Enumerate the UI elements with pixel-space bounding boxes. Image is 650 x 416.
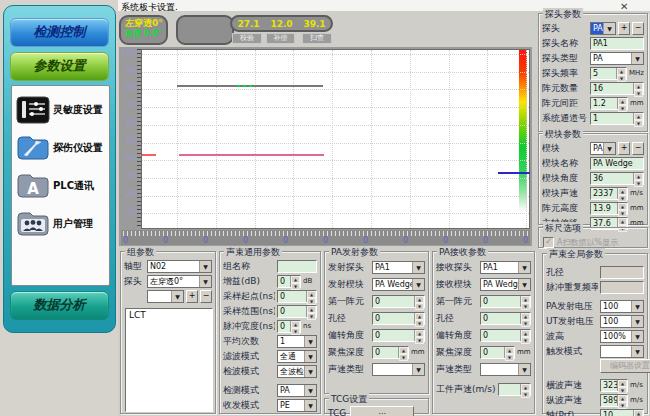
group-name-field[interactable] — [277, 260, 317, 273]
rx-steer-angle-spinner[interactable]: ▲▼ — [520, 330, 530, 341]
spin-up-icon[interactable]: ▲ — [618, 218, 627, 225]
calibrate-button[interactable]: 校验 — [232, 33, 262, 44]
filter-mode[interactable]: 全通▼ — [277, 350, 317, 363]
pulse-width-spinner[interactable]: ▲▼ — [290, 321, 300, 332]
pa-voltage[interactable]: 100▼ — [600, 300, 644, 313]
spin-down-icon[interactable]: ▼ — [634, 180, 643, 187]
trigger-mode[interactable]: ▼ — [600, 345, 644, 358]
chevron-down-icon[interactable]: ▼ — [304, 366, 316, 377]
part-velocity[interactable]: ▲▼ — [498, 383, 531, 396]
average-count[interactable]: 1▼ — [277, 335, 317, 348]
spin-up-icon[interactable]: ▲ — [617, 68, 626, 75]
spin-down-icon[interactable]: ▼ — [291, 283, 300, 290]
tx-steer-angle-spinner[interactable]: ▲▼ — [414, 330, 424, 341]
spin-down-icon[interactable]: ▼ — [521, 391, 530, 398]
tx-focus-depth[interactable]: 0▲▼ — [372, 346, 409, 359]
chevron-down-icon[interactable]: ▼ — [412, 279, 424, 290]
sidebar-item-plc[interactable]: A PLC通讯 — [16, 172, 94, 200]
chevron-down-icon[interactable]: ▼ — [304, 400, 316, 411]
gate-magenta[interactable] — [179, 154, 324, 156]
element-height-spinner[interactable]: ▲▼ — [617, 203, 627, 214]
element-height[interactable]: 13.9▲▼ — [590, 202, 628, 215]
rx-first-element-spinner[interactable]: ▲▼ — [520, 296, 530, 307]
chevron-down-icon[interactable]: ▼ — [603, 143, 615, 154]
gain[interactable]: 0▲▼ — [277, 275, 301, 288]
sample-start[interactable]: 0▲▼ — [277, 290, 317, 303]
spin-down-icon[interactable]: ▼ — [307, 313, 316, 320]
spin-down-icon[interactable]: ▼ — [617, 75, 626, 82]
spin-up-icon[interactable]: ▲ — [291, 321, 300, 328]
sidebar-item-users[interactable]: 用户管理 — [16, 210, 93, 238]
spin-down-icon[interactable]: ▼ — [399, 354, 408, 361]
chevron-down-icon[interactable]: ▼ — [631, 53, 643, 64]
group-combo[interactable]: ▼ — [147, 290, 184, 303]
chevron-down-icon[interactable]: ▼ — [304, 336, 316, 347]
wedge-angle-spinner[interactable]: ▲▼ — [633, 173, 643, 184]
spin-up-icon[interactable]: ▲ — [618, 203, 627, 210]
data-analysis-button[interactable]: 数据分析 — [10, 291, 109, 320]
tx-aperture[interactable]: 0▲▼ — [372, 312, 425, 325]
tx-probe-select[interactable]: PA1▼ — [372, 261, 425, 274]
system-channel[interactable]: 1▲▼ — [590, 112, 644, 125]
remove-button[interactable]: − — [632, 142, 644, 155]
scan-button[interactable]: 扫查 — [302, 33, 332, 44]
spin-down-icon[interactable]: ▼ — [415, 337, 424, 344]
probe-name-field[interactable]: PA1 — [590, 37, 644, 50]
compensate-button[interactable]: 补偿 — [266, 33, 295, 44]
sample-range[interactable]: 0▲▼ — [277, 305, 317, 318]
axis-type-select[interactable]: N02▼ — [147, 260, 212, 273]
axis-prf[interactable]: 10▲▼ — [600, 409, 644, 416]
encoder-settings-button[interactable]: 编码器设置 — [600, 359, 650, 373]
rx-focus-depth-spinner[interactable]: ▲▼ — [504, 347, 514, 358]
sample-range-spinner[interactable]: ▲▼ — [306, 306, 316, 317]
spin-up-icon[interactable]: ▲ — [618, 188, 627, 195]
sample-start-spinner[interactable]: ▲▼ — [306, 291, 316, 302]
tx-focus-depth-spinner[interactable]: ▲▼ — [398, 347, 408, 358]
wedge-name-field[interactable]: PA Wedge — [590, 157, 644, 170]
probe-select[interactable]: PA1▼ — [590, 22, 616, 35]
tx-steer-angle[interactable]: 0▲▼ — [372, 329, 425, 342]
chevron-down-icon[interactable]: ▼ — [518, 262, 530, 273]
spin-down-icon[interactable]: ▼ — [618, 402, 627, 409]
spin-up-icon[interactable]: ▲ — [634, 113, 643, 120]
chevron-down-icon[interactable]: ▼ — [518, 279, 530, 290]
spin-up-icon[interactable]: ▲ — [291, 276, 300, 283]
add-button[interactable]: + — [618, 142, 630, 155]
echo-red[interactable] — [142, 154, 156, 156]
rx-aperture[interactable]: 0▲▼ — [480, 312, 531, 325]
close-icon[interactable]: ✕ — [620, 1, 628, 12]
chevron-down-icon[interactable]: ▼ — [412, 364, 424, 375]
tx-first-element[interactable]: 0▲▼ — [372, 295, 425, 308]
wave-height[interactable]: 100%▼ — [600, 330, 644, 343]
pulse-width[interactable]: 0▲▼ — [277, 320, 301, 333]
spin-down-icon[interactable]: ▼ — [618, 210, 627, 217]
spin-down-icon[interactable]: ▼ — [618, 105, 627, 112]
group-probe-select[interactable]: 左穿透0°▼ — [147, 275, 212, 288]
spin-up-icon[interactable]: ▲ — [634, 410, 643, 416]
txrx-mode[interactable]: PE▼ — [277, 399, 317, 412]
spin-up-icon[interactable]: ▲ — [618, 98, 627, 105]
chevron-down-icon[interactable]: ▼ — [304, 385, 316, 396]
system-channel-spinner[interactable]: ▲▼ — [633, 113, 643, 124]
rx-wedge-select[interactable]: PA Wedge▼ — [480, 278, 531, 291]
chevron-down-icon[interactable]: ▼ — [171, 291, 183, 302]
chevron-down-icon[interactable]: ▼ — [631, 316, 643, 327]
tx-velocity-type[interactable]: ▼ — [372, 363, 425, 376]
chevron-down-icon[interactable]: ▼ — [603, 23, 615, 34]
rx-probe-select[interactable]: PA1▼ — [480, 261, 531, 274]
remove-button[interactable]: − — [200, 290, 212, 303]
spin-down-icon[interactable]: ▼ — [521, 320, 530, 327]
probe-frequency-spinner[interactable]: ▲▼ — [616, 68, 626, 79]
element-count-spinner[interactable]: ▲▼ — [633, 83, 643, 94]
element-pitch-spinner[interactable]: ▲▼ — [617, 98, 627, 109]
spin-down-icon[interactable]: ▼ — [521, 337, 530, 344]
ut-voltage[interactable]: 100▼ — [600, 315, 644, 328]
wedge-velocity-spinner[interactable]: ▲▼ — [617, 188, 627, 199]
rx-focus-depth[interactable]: 0▲▼ — [480, 346, 515, 359]
sidebar-item-sensitivity[interactable]: 灵敏度设置 — [16, 96, 103, 124]
spin-up-icon[interactable]: ▲ — [307, 291, 316, 298]
element-count[interactable]: 16▲▼ — [590, 82, 644, 95]
gate-green-segment[interactable] — [237, 85, 255, 87]
spin-up-icon[interactable]: ▲ — [618, 380, 627, 387]
spin-down-icon[interactable]: ▼ — [291, 328, 300, 335]
